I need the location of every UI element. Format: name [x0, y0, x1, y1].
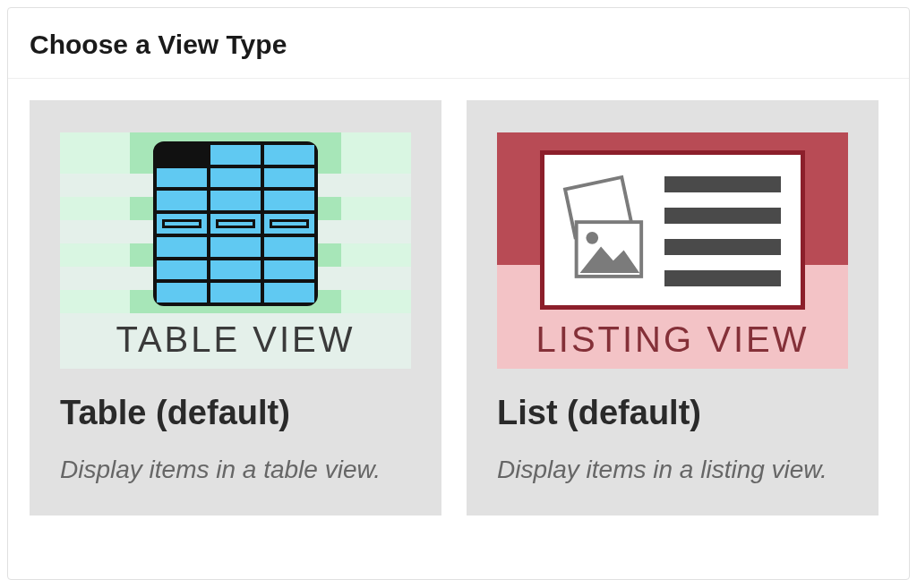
- options-row: TABLE VIEW Table (default) Display items…: [8, 79, 909, 537]
- panel-title: Choose a View Type: [30, 30, 887, 60]
- text-lines-icon: [664, 171, 781, 294]
- option-desc-list: Display items in a listing view.: [497, 452, 848, 489]
- image-placeholder-icon: [561, 171, 648, 285]
- option-title-table: Table (default): [60, 394, 411, 432]
- panel-header: Choose a View Type: [8, 8, 909, 79]
- option-card-table[interactable]: TABLE VIEW Table (default) Display items…: [30, 100, 441, 516]
- svg-point-2: [586, 232, 598, 244]
- option-card-list[interactable]: LISTING VIEW List (default) Display item…: [467, 100, 878, 516]
- table-grid-icon: [153, 141, 318, 306]
- listing-card-icon: [540, 150, 805, 310]
- table-illustration: TABLE VIEW: [60, 132, 411, 369]
- listing-illustration: LISTING VIEW: [497, 132, 848, 369]
- table-illustration-caption: TABLE VIEW: [60, 320, 411, 360]
- option-desc-table: Display items in a table view.: [60, 452, 411, 489]
- listing-illustration-caption: LISTING VIEW: [497, 320, 848, 360]
- view-type-panel: Choose a View Type: [7, 7, 910, 580]
- option-title-list: List (default): [497, 394, 848, 432]
